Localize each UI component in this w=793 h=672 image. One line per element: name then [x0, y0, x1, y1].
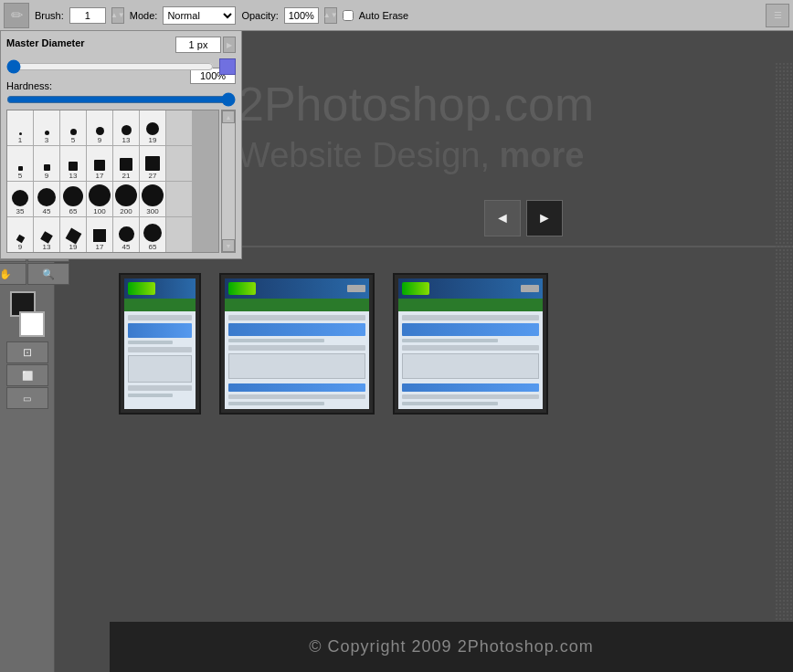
hardness-label: Hardness:	[6, 80, 52, 91]
watermark-line2: Website Design, more	[238, 136, 584, 175]
brush-preset-5[interactable]: 5	[60, 110, 86, 145]
brush-preset-13r[interactable]: 13	[34, 217, 59, 252]
brush-presets-scrollbar: ▲ ▼	[221, 110, 236, 253]
brush-preset-100[interactable]: 100	[87, 182, 112, 216]
hardness-slider[interactable]	[6, 93, 236, 106]
thumbnail-1[interactable]	[119, 273, 201, 415]
diameter-icon	[219, 58, 236, 75]
brush-preset-35[interactable]: 35	[7, 182, 33, 216]
diameter-slider[interactable]	[6, 60, 214, 73]
screen-mode2-btn[interactable]: ▭	[6, 387, 48, 409]
quickmask-btn[interactable]: ⊡	[6, 341, 48, 363]
brush-preset-3[interactable]: 3	[34, 110, 59, 145]
brush-size-input[interactable]	[69, 7, 106, 24]
brush-preset-65[interactable]: 65	[60, 182, 86, 216]
toolbar-options-btn[interactable]: ☰	[766, 4, 789, 27]
opacity-label: Opacity:	[241, 10, 278, 21]
auto-erase-label: Auto Erase	[359, 10, 408, 21]
prev-arrow-btn[interactable]: ◄	[484, 200, 521, 236]
brush-preset-45r[interactable]: 45	[113, 217, 139, 252]
brush-panel: Master Diameter ▶ Hardness: 1 3	[0, 31, 242, 259]
thumbnail-2[interactable]	[219, 273, 375, 415]
pencil-tool-icon[interactable]: ✏	[4, 3, 29, 28]
color-block	[6, 291, 48, 337]
brush-preset-scroll4	[166, 217, 192, 252]
bottom-strip: © Copyright 2009 2Photoshop.com	[110, 622, 793, 672]
brush-presets-container: 1 3 5 9 13 19	[6, 110, 236, 253]
brush-preset-17s[interactable]: 17	[87, 146, 112, 181]
brush-preset-21s[interactable]: 21	[113, 146, 139, 181]
scroll-track[interactable]	[222, 123, 235, 239]
brush-preset-scroll3	[166, 182, 192, 216]
screen-mode-btn[interactable]: ⬜	[6, 364, 48, 386]
brush-preset-scroll2	[166, 146, 192, 181]
hand-tool-btn[interactable]: ✋	[0, 263, 26, 285]
thumbnail-3[interactable]	[393, 273, 548, 415]
brush-label: Brush:	[35, 10, 64, 21]
brush-preset-5s[interactable]: 5	[7, 146, 33, 181]
brush-preset-19r[interactable]: 19	[60, 217, 86, 252]
nav-arrows: ◄ ►	[484, 200, 563, 236]
scroll-up-btn[interactable]: ▲	[222, 110, 235, 123]
brush-presets-grid: 1 3 5 9 13 19	[6, 110, 219, 253]
next-arrow-btn[interactable]: ►	[526, 200, 563, 236]
copyright-text: © Copyright 2009 2Photoshop.com	[309, 637, 593, 656]
watermark-line1: 2Photoshop.com	[238, 77, 594, 131]
master-diameter-input[interactable]	[175, 37, 221, 53]
background-color[interactable]	[19, 311, 45, 337]
brush-preset-13s[interactable]: 13	[60, 146, 86, 181]
brush-preset-65r[interactable]: 65	[140, 217, 165, 252]
opacity-input[interactable]	[284, 7, 319, 24]
brush-preset-1[interactable]: 1	[7, 110, 33, 145]
auto-erase-checkbox[interactable]	[343, 10, 354, 21]
brush-preset-9r[interactable]: 9	[7, 217, 33, 252]
diameter-slider-row	[6, 58, 236, 75]
master-diameter-label: Master Diameter	[6, 37, 85, 48]
brush-preset-9[interactable]: 9	[87, 110, 112, 145]
mode-label: Mode:	[130, 10, 158, 21]
brush-preset-200[interactable]: 200	[113, 182, 139, 216]
brush-preset-19[interactable]: 19	[140, 110, 165, 145]
thumbnails-row	[110, 273, 548, 415]
mode-select[interactable]: Normal Dissolve Multiply Screen	[163, 6, 236, 25]
brush-preset-27s[interactable]: 27	[140, 146, 165, 181]
brush-preset-17r[interactable]: 17	[87, 217, 112, 252]
brush-preset-scroll1	[166, 110, 192, 145]
scroll-down-btn[interactable]: ▼	[222, 239, 235, 252]
diameter-arrow-btn[interactable]: ▶	[223, 37, 236, 53]
zoom-tool-btn[interactable]: 🔍	[27, 263, 69, 285]
top-toolbar: ✏ Brush: ▲▼ Mode: Normal Dissolve Multip…	[0, 0, 793, 31]
hardness-slider-row	[6, 93, 236, 106]
opacity-arrow-btn[interactable]: ▲▼	[324, 7, 337, 24]
brush-preset-45[interactable]: 45	[34, 182, 59, 216]
brush-size-arrow-btn[interactable]: ▲▼	[111, 7, 124, 24]
brush-preset-300[interactable]: 300	[140, 182, 165, 216]
dotted-edge	[775, 62, 793, 672]
misc-tools: ⊡ ⬜ ▭	[6, 341, 48, 409]
brush-preset-9s[interactable]: 9	[34, 146, 59, 181]
brush-preset-13[interactable]: 13	[113, 110, 139, 145]
